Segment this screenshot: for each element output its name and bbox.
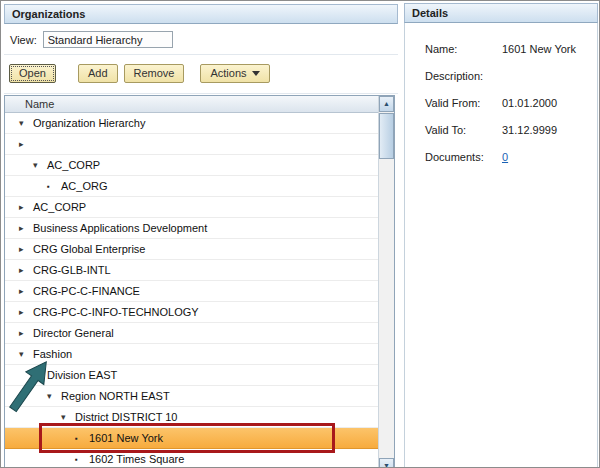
expanded-arrow-icon[interactable]: ▾ bbox=[19, 349, 33, 359]
collapsed-arrow-icon[interactable]: ▸ bbox=[19, 139, 33, 149]
collapsed-arrow-icon[interactable]: ▸ bbox=[19, 202, 33, 212]
tree-row[interactable]: ▾Organization Hierarchy bbox=[5, 113, 378, 134]
tree-row[interactable]: ▸ bbox=[5, 134, 378, 155]
add-button[interactable]: Add bbox=[78, 64, 118, 83]
detail-field: Documents:0 bbox=[425, 151, 591, 163]
tree-row[interactable]: ▪AC_ORG bbox=[5, 176, 378, 197]
tree-node-label: Organization Hierarchy bbox=[33, 117, 146, 129]
vertical-scrollbar[interactable]: ▲ ▼ bbox=[378, 96, 394, 468]
tree-row[interactable]: ▪1602 Times Square bbox=[5, 449, 378, 468]
tree-row[interactable]: ▾Region NORTH EAST bbox=[5, 386, 378, 407]
tree-row[interactable]: ▸Business Applications Development bbox=[5, 218, 378, 239]
leaf-bullet-icon: ▪ bbox=[47, 182, 61, 191]
tree-node-label: Fashion bbox=[33, 348, 72, 360]
tree-row[interactable]: ▸CRG-PC-C-FINANCE bbox=[5, 281, 378, 302]
expanded-arrow-icon[interactable]: ▾ bbox=[47, 391, 61, 401]
field-label: Valid From: bbox=[425, 97, 502, 109]
tree-row[interactable]: ▸Director General bbox=[5, 323, 378, 344]
tree-node-label: 1602 Times Square bbox=[89, 453, 184, 465]
tree-node-label: Director General bbox=[33, 327, 114, 339]
tree-rows: ▾Organization Hierarchy▸▾AC_CORP▪AC_ORG▸… bbox=[5, 113, 378, 468]
scrollbar-thumb[interactable] bbox=[379, 113, 394, 159]
organization-tree: Name ▾Organization Hierarchy▸▾AC_CORP▪AC… bbox=[4, 95, 395, 468]
detail-field: Name:1601 New York bbox=[425, 43, 591, 55]
detail-field: Valid From:01.01.2000 bbox=[425, 97, 591, 109]
tree-node-label: District DISTRICT 10 bbox=[75, 411, 177, 423]
field-value: 01.01.2000 bbox=[502, 97, 557, 109]
toolbar: Open Add Remove Actions bbox=[4, 55, 398, 94]
field-label: Description: bbox=[425, 70, 502, 82]
details-panel-title: Details bbox=[404, 3, 598, 23]
expanded-arrow-icon[interactable]: ▾ bbox=[61, 412, 75, 422]
tree-node-label: Region NORTH EAST bbox=[61, 390, 170, 402]
collapsed-arrow-icon[interactable]: ▸ bbox=[19, 307, 33, 317]
tree-node-label: CRG-PC-C-FINANCE bbox=[33, 285, 140, 297]
tree-row[interactable]: ▾Fashion bbox=[5, 344, 378, 365]
detail-field: Description: bbox=[425, 70, 591, 82]
actions-button[interactable]: Actions bbox=[200, 64, 269, 83]
collapsed-arrow-icon[interactable]: ▸ bbox=[19, 244, 33, 254]
detail-field: Valid To:31.12.9999 bbox=[425, 124, 591, 136]
expanded-arrow-icon[interactable]: ▾ bbox=[33, 160, 47, 170]
tree-node-label: CRG-PC-C-INFO-TECHNOLOGY bbox=[33, 306, 199, 318]
leaf-bullet-icon: ▪ bbox=[75, 455, 89, 464]
tree-row[interactable]: ▾District DISTRICT 10 bbox=[5, 407, 378, 428]
organizations-panel-title: Organizations bbox=[4, 4, 398, 24]
view-selector-row: View: bbox=[4, 24, 398, 55]
documents-link[interactable]: 0 bbox=[502, 151, 508, 163]
tree-node-label: Division EAST bbox=[47, 369, 117, 381]
tree-node-label: AC_ORG bbox=[61, 180, 107, 192]
tree-node-label: 1601 New York bbox=[89, 432, 163, 444]
view-input[interactable] bbox=[43, 31, 173, 48]
collapsed-arrow-icon[interactable]: ▸ bbox=[19, 328, 33, 338]
tree-node-label: Business Applications Development bbox=[33, 222, 207, 234]
collapsed-arrow-icon[interactable]: ▸ bbox=[19, 286, 33, 296]
details-panel: Details Name:1601 New YorkDescription:Va… bbox=[404, 4, 598, 468]
scroll-down-icon[interactable]: ▼ bbox=[379, 458, 394, 468]
collapsed-arrow-icon[interactable]: ▸ bbox=[19, 265, 33, 275]
tree-column-header-name: Name bbox=[5, 96, 378, 113]
tree-row[interactable]: ▸AC_CORP bbox=[5, 197, 378, 218]
tree-row[interactable]: ▾AC_CORP bbox=[5, 155, 378, 176]
remove-button[interactable]: Remove bbox=[124, 64, 185, 83]
view-label: View: bbox=[10, 34, 37, 46]
field-label: Name: bbox=[425, 43, 502, 55]
details-fields: Name:1601 New YorkDescription:Valid From… bbox=[405, 23, 597, 163]
tree-node-label: AC_CORP bbox=[33, 201, 86, 213]
field-value: 1601 New York bbox=[502, 43, 576, 55]
tree-row[interactable]: ▸CRG-GLB-INTL bbox=[5, 260, 378, 281]
tree-row[interactable]: ▸CRG-PC-C-INFO-TECHNOLOGY bbox=[5, 302, 378, 323]
tree-row[interactable]: ▪1601 New York bbox=[5, 428, 378, 449]
open-button[interactable]: Open bbox=[9, 64, 56, 83]
field-label: Valid To: bbox=[425, 124, 502, 136]
app-window: Organizations View: Open Add Remove Acti… bbox=[0, 0, 600, 468]
expanded-arrow-icon[interactable]: ▾ bbox=[33, 370, 47, 380]
tree-node-label: CRG Global Enterprise bbox=[33, 243, 146, 255]
tree-node-label: AC_CORP bbox=[47, 159, 100, 171]
actions-label: Actions bbox=[210, 67, 246, 79]
field-label: Documents: bbox=[425, 151, 502, 163]
menu-arrow-icon bbox=[252, 71, 260, 76]
collapsed-arrow-icon[interactable]: ▸ bbox=[19, 223, 33, 233]
tree-node-label: CRG-GLB-INTL bbox=[33, 264, 111, 276]
leaf-bullet-icon: ▪ bbox=[75, 434, 89, 443]
scroll-up-icon[interactable]: ▲ bbox=[379, 96, 394, 112]
tree-row[interactable]: ▸CRG Global Enterprise bbox=[5, 239, 378, 260]
tree-row[interactable]: ▾Division EAST bbox=[5, 365, 378, 386]
expanded-arrow-icon[interactable]: ▾ bbox=[19, 118, 33, 128]
field-value: 31.12.9999 bbox=[502, 124, 557, 136]
